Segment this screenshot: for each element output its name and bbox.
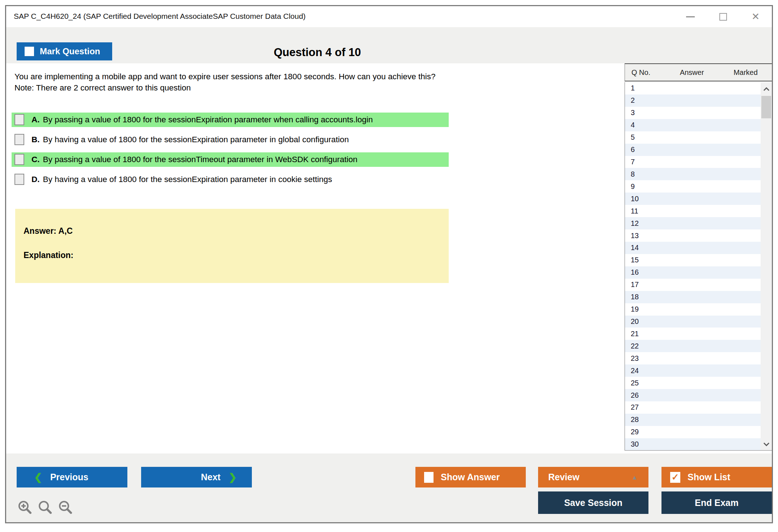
- answer-box: Answer: A,C Explanation:: [15, 209, 449, 283]
- review-button[interactable]: Review ▲: [538, 467, 648, 487]
- question-number: 10: [631, 195, 639, 203]
- chevron-down-icon: [763, 442, 770, 446]
- previous-label: Previous: [50, 472, 89, 482]
- show-answer-button[interactable]: Show Answer: [415, 467, 526, 487]
- question-row-4[interactable]: 4: [625, 119, 761, 131]
- column-header-marked: Marked: [719, 68, 772, 77]
- question-number: 12: [631, 219, 639, 228]
- next-button[interactable]: Next ❯: [141, 467, 252, 487]
- show-list-button[interactable]: ✓ Show List: [661, 467, 772, 487]
- scroll-up-button[interactable]: [761, 84, 772, 94]
- sidebar-scrollbar[interactable]: [761, 82, 772, 450]
- question-row-20[interactable]: 20: [625, 316, 761, 328]
- question-row-28[interactable]: 28: [625, 414, 761, 426]
- end-exam-button[interactable]: End Exam: [661, 491, 772, 514]
- question-number: 14: [631, 244, 639, 252]
- option-checkbox[interactable]: [14, 174, 24, 185]
- question-row-8[interactable]: 8: [625, 168, 761, 180]
- show-list-checkbox[interactable]: ✓: [670, 472, 680, 483]
- window-title: SAP C_C4H620_24 (SAP Certified Developme…: [14, 12, 306, 21]
- question-number: 9: [631, 182, 635, 191]
- triangle-up-icon: ▲: [631, 474, 638, 481]
- question-row-6[interactable]: 6: [625, 144, 761, 156]
- scrollbar-thumb[interactable]: [761, 96, 771, 118]
- question-number: 27: [631, 403, 639, 411]
- question-counter: Question 4 of 10: [6, 46, 629, 59]
- question-row-5[interactable]: 5: [625, 131, 761, 144]
- explanation-label: Explanation:: [24, 250, 449, 260]
- question-row-19[interactable]: 19: [625, 303, 761, 316]
- end-exam-label: End Exam: [695, 498, 739, 508]
- question-row-25[interactable]: 25: [625, 377, 761, 389]
- option-letter: B.: [31, 135, 40, 144]
- option-letter: A.: [31, 115, 40, 124]
- question-row-11[interactable]: 11: [625, 205, 761, 217]
- answer-label: Answer: A,C: [24, 226, 449, 236]
- option-checkbox[interactable]: [14, 134, 24, 145]
- question-number: 22: [631, 342, 639, 350]
- question-number: 26: [631, 391, 639, 400]
- question-number: 13: [631, 232, 639, 240]
- question-rows: 1234567891011121314151617181920212223242…: [625, 82, 761, 450]
- magnifier-icon[interactable]: [37, 500, 53, 516]
- scroll-down-button[interactable]: [761, 439, 772, 449]
- previous-button[interactable]: ❮ Previous: [17, 467, 127, 487]
- next-label: Next: [201, 472, 220, 482]
- answer-option-a[interactable]: A.By passing a value of 1800 for the ses…: [12, 113, 449, 127]
- question-number: 19: [631, 305, 639, 313]
- question-row-29[interactable]: 29: [625, 426, 761, 438]
- question-row-16[interactable]: 16: [625, 266, 761, 279]
- chevron-left-icon: ❮: [34, 472, 42, 483]
- option-text: By having a value of 1800 for the sessio…: [43, 135, 349, 144]
- question-row-22[interactable]: 22: [625, 340, 761, 352]
- zoom-out-icon[interactable]: [58, 500, 73, 516]
- question-row-12[interactable]: 12: [625, 217, 761, 229]
- question-row-9[interactable]: 9: [625, 180, 761, 193]
- question-number: 25: [631, 379, 639, 387]
- column-header-qno: Q No.: [625, 68, 665, 77]
- question-row-24[interactable]: 24: [625, 364, 761, 377]
- answer-option-d[interactable]: D.By having a value of 1800 for the sess…: [12, 172, 449, 187]
- option-letter: D.: [31, 175, 40, 184]
- question-row-27[interactable]: 27: [625, 401, 761, 414]
- question-number: 28: [631, 415, 639, 424]
- option-checkbox[interactable]: [14, 114, 24, 125]
- content-area: You are implementing a mobile app and wa…: [6, 63, 772, 453]
- question-row-18[interactable]: 18: [625, 291, 761, 303]
- zoom-in-icon[interactable]: [17, 500, 33, 516]
- question-row-30[interactable]: 30: [625, 438, 761, 451]
- close-button[interactable]: ✕: [749, 10, 762, 23]
- option-letter: C.: [31, 155, 40, 164]
- question-number: 20: [631, 317, 639, 326]
- question-row-2[interactable]: 2: [625, 94, 761, 107]
- question-row-10[interactable]: 10: [625, 193, 761, 205]
- save-session-button[interactable]: Save Session: [538, 491, 648, 514]
- question-row-13[interactable]: 13: [625, 229, 761, 242]
- question-row-21[interactable]: 21: [625, 328, 761, 340]
- question-number: 2: [631, 96, 635, 105]
- option-text: By having a value of 1800 for the sessio…: [43, 175, 332, 184]
- maximize-button[interactable]: [717, 10, 729, 23]
- answer-option-b[interactable]: B.By having a value of 1800 for the sess…: [12, 132, 449, 147]
- question-number: 16: [631, 268, 639, 276]
- minimize-button[interactable]: [684, 10, 697, 23]
- show-answer-checkbox[interactable]: [424, 472, 434, 483]
- question-row-14[interactable]: 14: [625, 242, 761, 254]
- option-text: By passing a value of 1800 for the sessi…: [43, 155, 358, 164]
- question-row-26[interactable]: 26: [625, 389, 761, 401]
- question-row-23[interactable]: 23: [625, 352, 761, 364]
- question-row-1[interactable]: 1: [625, 82, 761, 94]
- close-icon: ✕: [752, 12, 760, 22]
- footer-bar: ❮ Previous Next ❯ Show Answer Review ▲ ✓…: [6, 453, 772, 522]
- question-row-17[interactable]: 17: [625, 279, 761, 291]
- question-number: 7: [631, 158, 635, 166]
- question-number: 15: [631, 256, 639, 264]
- answer-option-c[interactable]: C.By passing a value of 1800 for the ses…: [12, 152, 449, 167]
- question-number: 3: [631, 109, 635, 117]
- question-row-15[interactable]: 15: [625, 254, 761, 266]
- question-row-7[interactable]: 7: [625, 156, 761, 168]
- option-checkbox[interactable]: [14, 154, 24, 165]
- question-row-3[interactable]: 3: [625, 107, 761, 119]
- chevron-up-icon: [763, 87, 770, 91]
- question-number: 6: [631, 145, 635, 154]
